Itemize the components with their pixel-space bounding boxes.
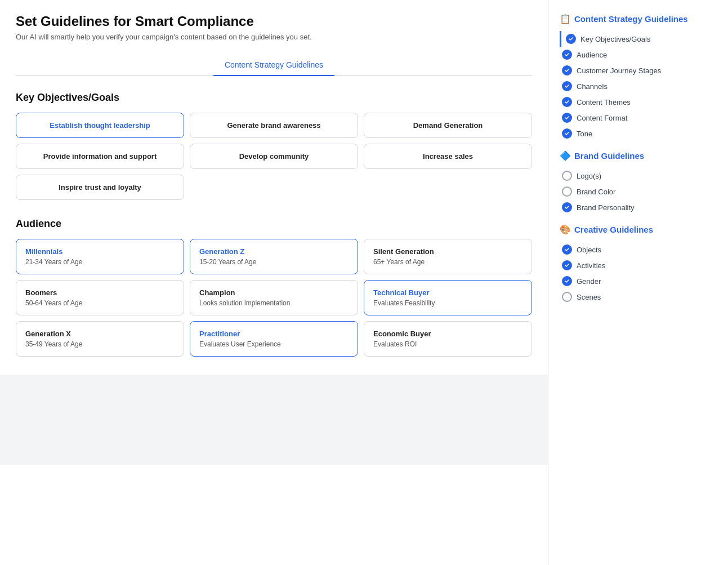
audience-genx-desc: 35-49 Years of Age — [25, 340, 175, 348]
content-strategy-icon: 📋 — [560, 14, 571, 24]
check-icon-channels — [562, 81, 572, 91]
audience-generation-z[interactable]: Generation Z 15-20 Years of Age — [190, 239, 358, 274]
audience-silent-desc: 65+ Years of Age — [373, 258, 522, 266]
goal-establish-thought-leadership[interactable]: Establish thought leadership — [16, 113, 184, 138]
check-icon-objects — [562, 244, 572, 255]
sidebar-content-strategy-title: 📋 Content Strategy Guidelines — [560, 14, 717, 24]
main-content: Set Guidelines for Smart Compliance Our … — [0, 0, 548, 565]
brand-guidelines-icon: 🔷 — [560, 150, 571, 161]
check-icon-gender — [562, 276, 572, 286]
audience-practitioner-name: Practitioner — [199, 330, 349, 338]
goal-develop-community[interactable]: Develop community — [190, 144, 358, 169]
goal-generate-brand-awareness[interactable]: Generate brand awareness — [190, 113, 358, 138]
page-subtitle: Our AI will smartly help you verify your… — [16, 33, 532, 41]
check-icon-key-objectives — [566, 34, 576, 44]
goal-increase-sales[interactable]: Increase sales — [364, 144, 532, 169]
check-icon-brand-personality — [562, 202, 572, 212]
sidebar-item-objects[interactable]: Objects — [560, 242, 717, 257]
creative-guidelines-icon: 🎨 — [560, 224, 571, 235]
audience-economic-buyer-desc: Evaluates ROI — [373, 340, 522, 348]
audience-champion[interactable]: Champion Looks solution implementation — [190, 280, 358, 315]
audience-grid: Millennials 21-34 Years of Age Generatio… — [16, 239, 532, 357]
audience-champion-desc: Looks solution implementation — [199, 299, 349, 307]
goals-grid: Establish thought leadership Generate br… — [16, 113, 532, 200]
sidebar-item-logos[interactable]: Logo(s) — [560, 168, 717, 184]
check-icon-content-themes — [562, 97, 572, 107]
audience-economic-buyer[interactable]: Economic Buyer Evaluates ROI — [364, 321, 532, 357]
goal-demand-generation[interactable]: Demand Generation — [364, 113, 532, 138]
check-icon-activities — [562, 260, 572, 270]
sidebar-item-tone[interactable]: Tone — [560, 126, 717, 141]
audience-boomers-name: Boomers — [25, 288, 175, 297]
sidebar: 📋 Content Strategy Guidelines Key Object… — [548, 0, 728, 565]
audience-boomers[interactable]: Boomers 50-64 Years of Age — [16, 280, 184, 315]
goal-provide-info-support[interactable]: Provide information and support — [16, 144, 184, 169]
sidebar-item-key-objectives[interactable]: Key Objectives/Goals — [560, 31, 717, 47]
audience-silent-generation[interactable]: Silent Generation 65+ Years of Age — [364, 239, 532, 274]
audience-tech-buyer-name: Technical Buyer — [373, 288, 522, 297]
sidebar-item-content-format[interactable]: Content Format — [560, 110, 717, 126]
sidebar-brand-guidelines-title: 🔷 Brand Guidelines — [560, 150, 717, 161]
audience-millennials-name: Millennials — [25, 247, 175, 256]
circle-icon-scenes — [562, 292, 572, 302]
circle-icon-logos — [562, 171, 572, 181]
audience-economic-buyer-name: Economic Buyer — [373, 330, 522, 338]
sidebar-item-gender[interactable]: Gender — [560, 273, 717, 289]
audience-genz-desc: 15-20 Years of Age — [199, 258, 349, 266]
sidebar-item-activities[interactable]: Activities — [560, 257, 717, 273]
sidebar-item-channels[interactable]: Channels — [560, 78, 717, 94]
circle-icon-brand-color — [562, 186, 572, 197]
audience-practitioner-desc: Evaluates User Experience — [199, 340, 349, 348]
tab-content-strategy[interactable]: Content Strategy Guidelines — [213, 55, 334, 76]
sidebar-item-brand-personality[interactable]: Brand Personality — [560, 199, 717, 215]
audience-genz-name: Generation Z — [199, 247, 349, 256]
audience-section-title: Audience — [16, 218, 532, 230]
sidebar-item-content-themes[interactable]: Content Themes — [560, 94, 717, 110]
audience-genx-name: Generation X — [25, 330, 175, 338]
audience-silent-name: Silent Generation — [373, 247, 522, 256]
check-icon-tone — [562, 128, 572, 139]
goal-inspire-trust[interactable]: Inspire trust and loyalty — [16, 175, 184, 200]
check-icon-audience — [562, 50, 572, 60]
goals-section-title: Key Objectives/Goals — [16, 92, 532, 104]
gray-footer — [0, 375, 548, 465]
tab-bar: Content Strategy Guidelines — [16, 55, 532, 76]
audience-millennials[interactable]: Millennials 21-34 Years of Age — [16, 239, 184, 274]
sidebar-creative-guidelines-title: 🎨 Creative Guidelines — [560, 224, 717, 235]
audience-champion-name: Champion — [199, 288, 349, 297]
audience-boomers-desc: 50-64 Years of Age — [25, 299, 175, 307]
audience-tech-buyer-desc: Evaluates Feasibility — [373, 299, 522, 307]
page-title: Set Guidelines for Smart Compliance — [16, 14, 532, 29]
sidebar-item-customer-journey[interactable]: Customer Journey Stages — [560, 63, 717, 78]
check-icon-content-format — [562, 113, 572, 123]
sidebar-item-brand-color[interactable]: Brand Color — [560, 184, 717, 199]
sidebar-item-audience[interactable]: Audience — [560, 47, 717, 63]
audience-generation-x[interactable]: Generation X 35-49 Years of Age — [16, 321, 184, 357]
audience-practitioner[interactable]: Practitioner Evaluates User Experience — [190, 321, 358, 357]
audience-millennials-desc: 21-34 Years of Age — [25, 258, 175, 266]
check-icon-customer-journey — [562, 65, 572, 75]
audience-technical-buyer[interactable]: Technical Buyer Evaluates Feasibility — [364, 280, 532, 315]
sidebar-item-scenes[interactable]: Scenes — [560, 289, 717, 305]
